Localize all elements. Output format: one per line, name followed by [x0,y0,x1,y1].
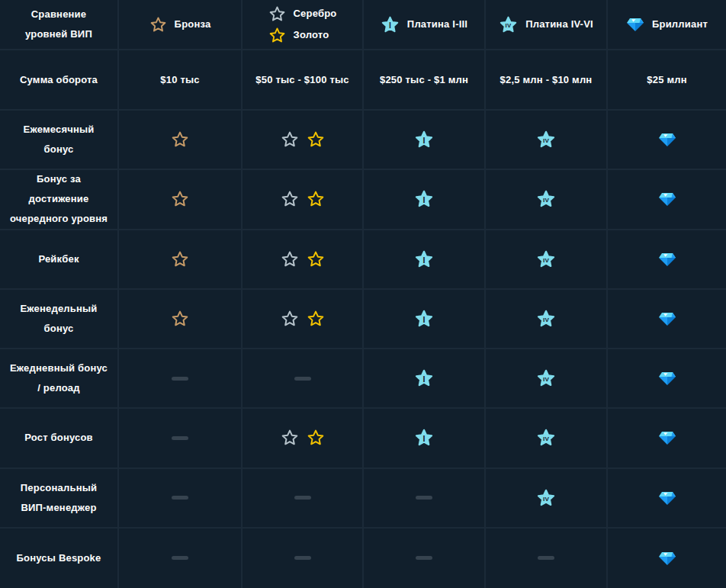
feature-label: Рост бонусов [0,409,119,468]
tier-header-silver_gold: Серебро Золото [243,0,364,50]
feature-label: Бонусы Bespoke [0,529,119,588]
tier-header-line: Золото [268,27,329,44]
gold-star-icon [307,130,325,149]
diamond-icon [658,251,676,268]
feature-cell-dash [364,529,486,588]
svg-text:IV: IV [543,137,549,144]
diamond-icon [658,310,676,327]
feature-cell-dash [119,469,243,529]
turnover-value: $250 тыс - $1 млн [364,50,486,111]
svg-text:IV: IV [543,435,549,442]
turnover-value: $50 тыс - $100 тыс [243,50,364,111]
bronze-star-icon [149,16,167,34]
silver-gold-icons [281,190,325,208]
silver-gold-icons [281,130,325,149]
svg-text:I: I [422,434,425,443]
silver-star-icon [281,310,299,328]
bronze-star-icon [171,250,189,268]
feature-cell-dash [119,529,243,588]
dash-icon [172,556,188,560]
feature-cell-diamond [608,469,726,529]
gold-star-icon [268,27,286,44]
platinum-4-star-icon: IV [536,428,556,448]
feature-cell-dash [243,349,364,409]
feature-cell-dash [243,469,364,529]
platinum-4-star-icon: IV [536,368,556,388]
feature-cell-dash [364,469,486,529]
gold-star-icon [307,250,325,268]
feature-cell-diamond [608,349,726,409]
platinum-1-star-icon: I [414,249,434,269]
dash-icon [172,436,188,440]
feature-label: Рейкбек [0,230,119,290]
svg-text:IV: IV [506,22,512,29]
dash-icon [294,556,311,560]
feature-cell-silver_gold [243,170,364,230]
feature-label: Ежедневный бонус / релоад [0,349,119,409]
feature-cell-platinum_1_3: I [364,111,486,170]
feature-cell-diamond [608,409,726,468]
dash-icon [294,496,311,500]
tier-label: Серебро [294,8,337,20]
feature-cell-bronze [119,230,243,290]
feature-cell-dash [486,529,608,588]
turnover-label: Сумма оборота [0,50,119,111]
feature-cell-platinum_4_6: IV [486,290,608,349]
feature-cell-platinum_4_6: IV [486,349,608,409]
silver-gold-icons [281,250,325,268]
platinum-4-star-icon: IV [499,15,518,34]
feature-cell-platinum_4_6: IV [486,170,608,230]
platinum-1-star-icon: I [414,130,434,149]
platinum-4-star-icon: IV [536,249,556,269]
feature-cell-diamond [608,529,726,588]
feature-cell-platinum_4_6: IV [486,469,608,529]
feature-cell-platinum_1_3: I [364,349,486,409]
bronze-star-icon [171,190,189,208]
feature-label: Бонус за достижение очередного уровня [0,170,119,230]
tier-label: Бриллиант [652,18,708,31]
feature-cell-bronze [119,170,243,230]
platinum-1-star-icon: I [381,15,400,34]
svg-text:IV: IV [543,197,549,204]
dash-icon [538,556,554,560]
dash-icon [172,496,188,500]
silver-star-icon [268,5,286,23]
svg-text:IV: IV [543,257,549,264]
silver-gold-icons [281,429,325,447]
diamond-icon [658,131,676,148]
tier-header-platinum_4_6: IVПлатина IV-VI [486,0,608,50]
silver-star-icon [281,250,299,268]
feature-cell-silver_gold [243,111,364,170]
svg-text:IV: IV [543,316,549,323]
feature-cell-diamond [608,111,726,170]
silver-star-icon [281,130,299,149]
platinum-4-star-icon: IV [536,189,556,209]
platinum-1-star-icon: I [414,428,434,448]
turnover-value: $10 тыс [119,50,243,111]
platinum-1-star-icon: I [414,368,434,388]
svg-text:IV: IV [543,496,549,503]
svg-text:I: I [422,136,425,145]
platinum-1-star-icon: I [414,189,434,209]
vip-comparison-table: Сравнение уровней ВИП Бронза Серебро Зол… [0,0,726,588]
turnover-value: $2,5 млн - $10 млн [486,50,608,111]
gold-star-icon [307,190,325,208]
svg-text:I: I [422,314,425,323]
feature-cell-platinum_1_3: I [364,170,486,230]
dash-icon [294,377,311,381]
silver-gold-icons [281,310,325,328]
feature-cell-platinum_4_6: IV [486,409,608,468]
diamond-icon [658,429,676,446]
feature-cell-dash [243,529,364,588]
dash-icon [416,496,432,500]
tier-label: Платина IV-VI [525,18,593,31]
feature-cell-platinum_4_6: IV [486,230,608,290]
feature-cell-platinum_4_6: IV [486,111,608,170]
feature-cell-diamond [608,170,726,230]
svg-text:IV: IV [543,376,549,383]
tier-header-line: IПлатина I-III [381,15,467,34]
dash-icon [416,556,432,560]
silver-star-icon [281,190,299,208]
feature-cell-silver_gold [243,290,364,349]
platinum-4-star-icon: IV [536,309,556,329]
